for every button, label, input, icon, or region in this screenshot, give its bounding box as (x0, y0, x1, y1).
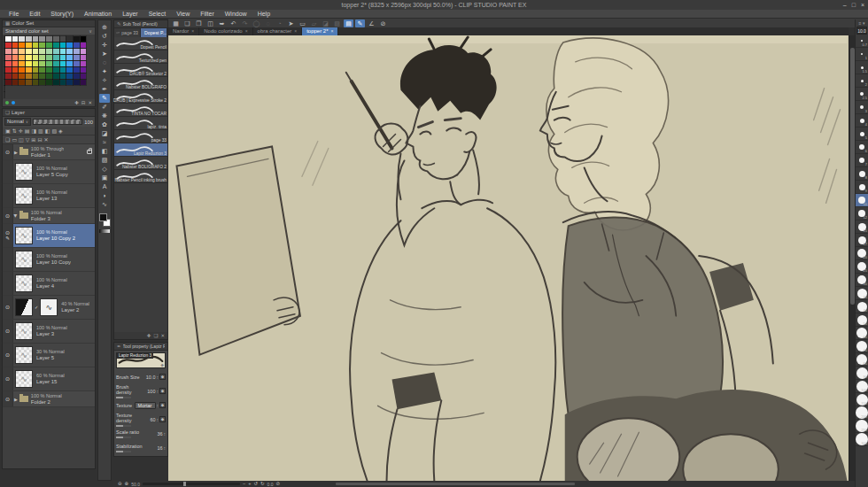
brush-size-item[interactable]: 9 (856, 181, 868, 194)
export-icon[interactable]: ➥ (217, 19, 227, 27)
stepper-icon[interactable]: ↕ (157, 389, 159, 394)
color-swatch[interactable] (5, 43, 12, 48)
new-layer-folder-icon[interactable]: ◫ (19, 136, 24, 143)
brush-size-item[interactable]: 6 (856, 141, 868, 154)
transfer-to-lower-layer-icon[interactable]: ▽ (26, 136, 30, 143)
layer-thumbnail[interactable] (15, 322, 33, 340)
color-swatch[interactable] (81, 36, 87, 42)
brush-size-item[interactable]: 25 (856, 260, 868, 274)
color-swatch[interactable] (81, 73, 87, 79)
document-tab[interactable]: topper 2* × (302, 27, 338, 35)
color-swatch[interactable] (19, 43, 25, 48)
brush-tool[interactable]: ✐ (99, 103, 110, 112)
brush-size-item[interactable]: 40 (856, 300, 868, 313)
replace-color-icon[interactable]: ⊟ (81, 100, 86, 105)
color-swatch[interactable] (12, 73, 19, 79)
pressure-settings-button[interactable]: ◆ (159, 416, 166, 422)
color-swatch[interactable] (81, 49, 87, 54)
color-swatch[interactable] (12, 49, 19, 54)
color-swatch[interactable] (39, 49, 45, 54)
snap-to-ruler-icon[interactable]: ▤ (344, 19, 353, 27)
color-swatch[interactable] (66, 49, 73, 54)
pen-tool[interactable]: ✒ (99, 85, 110, 94)
color-swatch[interactable] (53, 61, 59, 66)
title-bar[interactable]: topper 2* (8325 x 2596px 300dpi 50.0%) -… (0, 0, 868, 10)
color-swatch[interactable] (46, 49, 52, 54)
property-value[interactable]: 36 (150, 431, 163, 437)
snap-to-grid-icon[interactable]: ∠ (367, 19, 376, 27)
reset-view-icon[interactable]: ⊘ (276, 481, 281, 487)
current-color-dot-blue[interactable] (12, 101, 15, 104)
eyedropper-tool[interactable]: ✧ (99, 76, 110, 85)
color-swatch[interactable] (53, 55, 59, 60)
blend-mode-dropdown[interactable]: Normal ∨ (4, 118, 31, 126)
zoom-plus-icon[interactable]: + (248, 481, 251, 487)
correct-line-tool[interactable]: ∿ (99, 200, 110, 209)
color-swatch[interactable] (33, 49, 39, 54)
brush-size-item[interactable]: 80 (856, 353, 868, 367)
menu-item[interactable]: View (171, 10, 195, 18)
layer-row[interactable]: ⊙ ✎ ▶ ✓ 100 % Normal Folder 2 (3, 391, 95, 407)
menu-item[interactable]: Help (252, 10, 275, 18)
brush-size-item[interactable]: 10 (856, 194, 868, 207)
brush-item[interactable]: Nabster Pencil inking brush (114, 170, 167, 183)
rotate-left-icon[interactable]: ↺ (253, 481, 258, 487)
sub-tool-tab[interactable]: Dopest P... (141, 28, 167, 37)
brush-item[interactable]: Lapiz Reduzion 3 (114, 143, 167, 157)
layer-thumbnail[interactable] (15, 227, 33, 244)
delete-color-icon[interactable]: ✕ (88, 100, 92, 105)
eraser-tool[interactable]: ◪ (99, 129, 110, 138)
color-swatch[interactable] (60, 80, 66, 85)
tab-close-icon[interactable]: × (331, 27, 334, 35)
color-swatch[interactable] (39, 61, 45, 66)
zoom-in-icon[interactable]: ⊕ (125, 481, 129, 487)
color-swatch[interactable] (19, 49, 25, 54)
maximize-button[interactable]: □ (852, 0, 856, 10)
color-swatch[interactable] (74, 80, 80, 85)
layer-row[interactable]: ⊙ ✎ ▶ ✓ 100 % Normal Layer 10 Copy (3, 248, 95, 272)
color-swatch[interactable] (74, 36, 80, 42)
color-swatch[interactable] (60, 49, 66, 54)
zoom-slider-thumb[interactable] (183, 482, 186, 486)
save-icon[interactable]: ◫ (205, 19, 215, 27)
stepper-icon[interactable]: ↕ (157, 403, 159, 408)
color-swatch[interactable] (46, 61, 52, 66)
color-swatch[interactable] (19, 55, 25, 60)
layer-thumbnail[interactable] (15, 274, 33, 292)
color-swatch[interactable] (33, 36, 39, 42)
layer-row[interactable]: ⊙ ✎ ▶ ✓ 30 % Normal Layer 5 (3, 344, 95, 367)
visibility-eye-icon[interactable]: ⊙ (5, 213, 10, 219)
pressure-settings-button[interactable]: ◆ (159, 374, 166, 380)
color-swatch[interactable] (39, 43, 45, 48)
brush-item[interactable]: Nabster BOLIGRAFO 2 (114, 157, 167, 170)
stepper-icon[interactable]: ↕ (157, 375, 159, 380)
fill-icon[interactable]: ➤ (286, 19, 296, 27)
layer-row[interactable]: ⊙ ✎ ▶ ✓ 100 % Normal Layer 4 (3, 272, 95, 296)
select-all-icon[interactable]: ◯ (252, 19, 261, 27)
stepper-icon[interactable]: ↕ (157, 417, 159, 422)
copy-sub-tool-icon[interactable]: ❏ (153, 333, 158, 338)
brush-item[interactable]: DAUB | Expressive Stroke 2 (114, 90, 167, 104)
foreground-color-well[interactable] (99, 213, 107, 221)
menu-item[interactable]: Select (143, 10, 171, 18)
visibility-eye-icon[interactable]: ⊙ (5, 352, 10, 358)
tab-close-icon[interactable]: × (294, 27, 297, 35)
property-value[interactable]: 60 (143, 417, 156, 422)
menu-item[interactable]: Filter (195, 10, 220, 18)
selection-tool[interactable]: ◌ (99, 58, 110, 67)
color-swatch[interactable] (33, 43, 39, 48)
folder-arrow-icon[interactable]: ▶ (14, 150, 18, 155)
zoom-minus-icon[interactable]: − (243, 481, 245, 487)
tone-icon[interactable]: ▨ (332, 19, 342, 27)
brush-size-item[interactable]: 1.5 (856, 61, 868, 74)
brush-size-item[interactable]: 70 (856, 340, 868, 353)
clip-to-layer-below-icon[interactable]: ▣ (5, 128, 11, 134)
decoration-tool[interactable]: ✿ (99, 120, 110, 129)
color-swatch[interactable] (19, 73, 25, 79)
folder-arrow-icon[interactable]: ▶ (13, 214, 19, 218)
color-swatch[interactable] (66, 61, 73, 66)
move-layer-icon[interactable]: ✛ (19, 128, 23, 134)
color-swatch[interactable] (5, 61, 12, 66)
color-swatch[interactable] (81, 55, 87, 60)
menu-item[interactable]: File (4, 10, 24, 18)
